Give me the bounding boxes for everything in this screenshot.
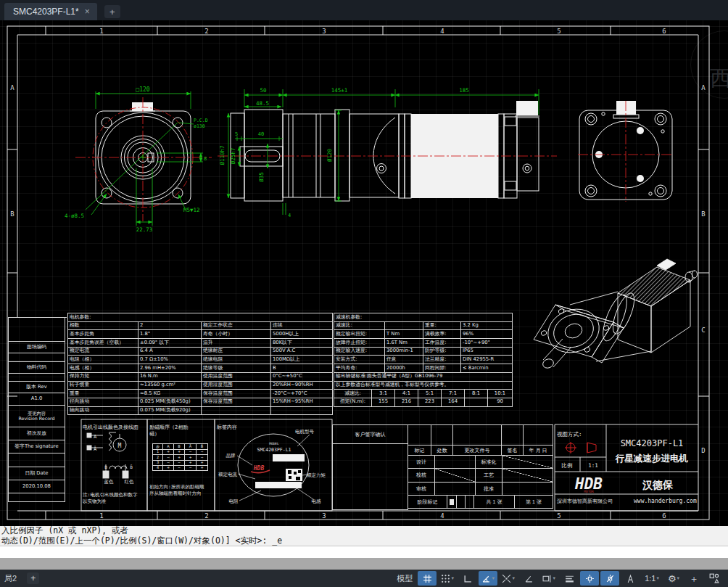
viewcube-west-label: 西 <box>710 64 728 94</box>
drawing-annotation: Ø25h7 <box>230 148 236 165</box>
object-snap-tracking-button[interactable]: ▾ <box>499 571 518 586</box>
drawing-annotation: SMC4203PF-L1 <box>621 438 684 448</box>
table-cell <box>271 407 333 416</box>
annotation-visibility-button[interactable] <box>621 571 640 586</box>
dynamic-input-icon <box>542 574 552 583</box>
drawing-annotation: 蓝色 <box>104 479 115 485</box>
caret-icon[interactable]: ▾ <box>656 575 659 581</box>
table-cell: 重量: <box>423 322 461 331</box>
titleblock-cell: 年 月 日 <box>524 446 553 456</box>
grid-display-button[interactable] <box>418 571 437 586</box>
table-cell: 80K以下 <box>271 339 333 348</box>
table-cell: 重量 <box>68 390 138 398</box>
table-cell: 100MΩ以上 <box>271 356 333 364</box>
table-cell: 额定工作状态 <box>202 322 271 331</box>
document-tab[interactable]: SMC4203PF-L1* × <box>4 3 97 20</box>
table-cell: A <box>163 444 174 450</box>
drawing-annotation: 电机型号 <box>295 429 315 435</box>
ortho-mode-button[interactable] <box>458 571 477 586</box>
revision-cell <box>9 374 65 382</box>
table-cell: ±0.09° 以下 <box>138 339 202 348</box>
clean-screen-button[interactable]: ＋ <box>684 571 703 586</box>
table-cell: 额定电流 <box>68 348 138 356</box>
titleblock-cell <box>524 425 553 446</box>
drawing-annotation: 1:1 <box>588 462 598 469</box>
side-connector <box>516 101 538 115</box>
titleblock-cell <box>435 469 476 483</box>
front-connector <box>132 102 153 111</box>
caret-icon[interactable]: ▾ <box>512 575 515 581</box>
table-cell: 7:1 <box>442 390 465 398</box>
table-cell: 防护等级: <box>423 348 461 356</box>
zone-row-label: A <box>10 84 15 91</box>
tab-close-icon[interactable]: × <box>85 7 90 17</box>
model-space-button[interactable]: 模型 <box>393 571 416 586</box>
table-cell: 轴向跳动 <box>68 407 138 416</box>
table-cell: B <box>174 444 185 450</box>
drawing-canvas[interactable]: 112233445566ABABCD□120P.C.Dø1304-ø8.5M5▼… <box>0 20 728 526</box>
titleblock-cell: 审核 <box>408 483 435 496</box>
object-snap-3d-icon <box>605 574 615 583</box>
annotation-scale-button[interactable]: 1:1 ▾ <box>641 571 663 586</box>
table-cell: 绝缘耐压 <box>202 348 271 356</box>
table-cell: 96% <box>461 330 513 339</box>
caret-icon[interactable]: ▾ <box>677 575 680 581</box>
signature-title-block: 客户签字确认标记处数更改文件号签名年 月 日设计标准化校核工艺审核批准阶段标记共… <box>332 424 553 510</box>
table-cell: ≤ 8arcmin <box>461 364 513 373</box>
polar-tracking-button[interactable]: ▾ <box>479 571 497 586</box>
table-cell: 任意 <box>385 356 423 364</box>
command-input[interactable] <box>0 546 728 558</box>
zone-row-label: D <box>701 447 705 454</box>
status-bar: 局2 + 模型 ▾ ▾ ▾ <box>0 570 728 587</box>
table-cell: 20%RH~90%RH <box>271 382 333 390</box>
table-cell: 寿命（小时） <box>202 330 271 339</box>
table-cell: − <box>185 466 197 471</box>
table-cell: + <box>185 455 197 460</box>
table-cell: 安装方式: <box>334 356 385 364</box>
isometric-drafting-button[interactable] <box>519 571 538 586</box>
zone-column-label: 4 <box>440 28 444 35</box>
plus-icon: ＋ <box>690 574 699 583</box>
caret-icon[interactable]: ▾ <box>451 575 454 581</box>
object-snap-button[interactable] <box>580 571 599 586</box>
table-cell: 满载效率: <box>423 330 461 339</box>
table-cell: T Nm <box>385 330 423 339</box>
zone-column-label: 4 <box>440 512 444 520</box>
drawing-annotation: P.C.D <box>194 118 208 123</box>
lineweight-button[interactable] <box>560 571 579 586</box>
table-cell: 扭矩(N.m): <box>334 398 372 407</box>
drawing-annotation: 初始方向:按所表的励磁顺 <box>149 484 204 490</box>
table-cell: 转子惯量 <box>68 382 138 390</box>
new-tab-button[interactable]: + <box>104 5 120 18</box>
table-cell: 基本步距角误差（空载） <box>68 339 138 348</box>
table-cell <box>465 398 488 407</box>
drawing-annotation: 145±1 <box>331 87 348 94</box>
revision-cell <box>9 453 65 467</box>
titleblock-cell: 处数 <box>431 446 453 456</box>
revision-cell: 版本 Rev <box>9 382 65 393</box>
isolate-objects-button[interactable] <box>705 571 724 586</box>
projection-symbol <box>565 442 596 453</box>
titleblock-cell <box>435 456 476 469</box>
titleblock-cell <box>453 425 502 446</box>
ortho-icon <box>463 574 473 583</box>
table-cell: + <box>163 466 174 471</box>
angle-icon <box>524 574 534 583</box>
caret-icon[interactable]: ▾ <box>492 575 495 581</box>
object-snap-3d-button[interactable] <box>600 571 619 586</box>
new-layout-button[interactable]: + <box>27 572 39 584</box>
drawing-annotation: MODEL <box>269 442 279 446</box>
revision-cell: 图纸编码 <box>9 342 65 353</box>
drawing-annotation: □120 <box>136 86 149 93</box>
titleblock-cell: 校核 <box>408 469 435 483</box>
customization-button[interactable]: ⚙ ▾ <box>664 571 683 586</box>
layout-tab[interactable]: 局2 <box>0 570 21 587</box>
table-cell: 径向跳动 <box>68 398 138 407</box>
table-cell: 使用湿度范围 <box>202 382 271 390</box>
table-cell: 0°C~+50°C <box>271 373 333 382</box>
isometric-view <box>534 259 698 369</box>
dynamic-input-button[interactable]: ▾ <box>539 571 558 586</box>
caret-icon[interactable]: ▾ <box>553 575 555 581</box>
snap-mode-button[interactable]: ▾ <box>438 571 457 586</box>
table-cell: 16 N.m <box>138 373 202 382</box>
